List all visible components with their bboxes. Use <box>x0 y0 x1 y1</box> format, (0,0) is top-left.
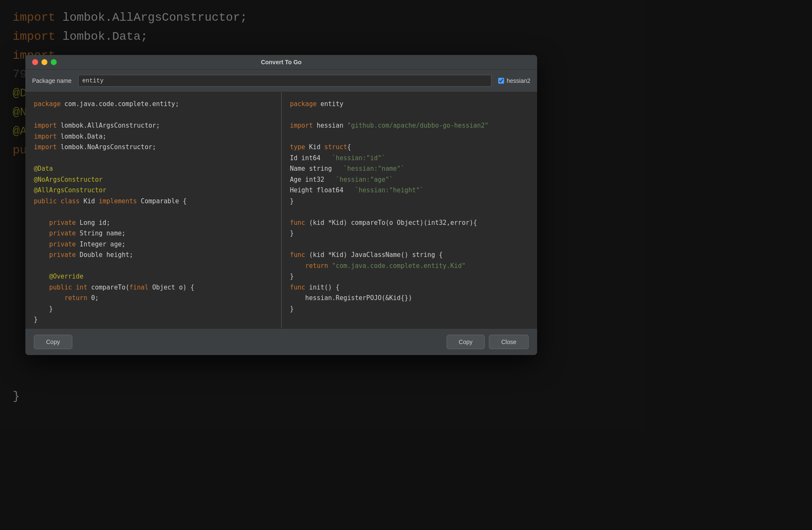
left-button-group: Copy <box>34 335 72 349</box>
title-bar: Convert To Go <box>25 55 537 70</box>
hessian2-checkbox[interactable] <box>498 78 504 84</box>
java-code-panel[interactable]: package com.java.code.complete.entity; i… <box>25 92 282 328</box>
go-code-panel[interactable]: package entity import hessian "github.co… <box>282 92 538 328</box>
close-button[interactable]: Close <box>489 335 529 349</box>
hessian2-checkbox-label[interactable]: hessian2 <box>498 77 530 84</box>
code-panels: package com.java.code.complete.entity; i… <box>25 92 537 329</box>
go-code: package entity import hessian "github.co… <box>290 99 529 314</box>
button-row: Copy Copy Close <box>25 329 537 355</box>
copy-right-button[interactable]: Copy <box>447 335 485 349</box>
java-code: package com.java.code.complete.entity; i… <box>34 99 273 325</box>
traffic-lights <box>32 59 57 65</box>
close-window-button[interactable] <box>32 59 38 65</box>
package-input[interactable] <box>78 75 491 87</box>
minimize-window-button[interactable] <box>41 59 47 65</box>
convert-to-go-dialog: Convert To Go Package name hessian2 pack… <box>25 55 537 355</box>
right-button-group: Copy Close <box>447 335 529 349</box>
maximize-window-button[interactable] <box>51 59 57 65</box>
package-row: Package name hessian2 <box>25 70 537 92</box>
package-label: Package name <box>32 77 71 84</box>
dialog-title: Convert To Go <box>261 59 302 66</box>
hessian2-label: hessian2 <box>507 77 530 84</box>
copy-left-button[interactable]: Copy <box>34 335 72 349</box>
